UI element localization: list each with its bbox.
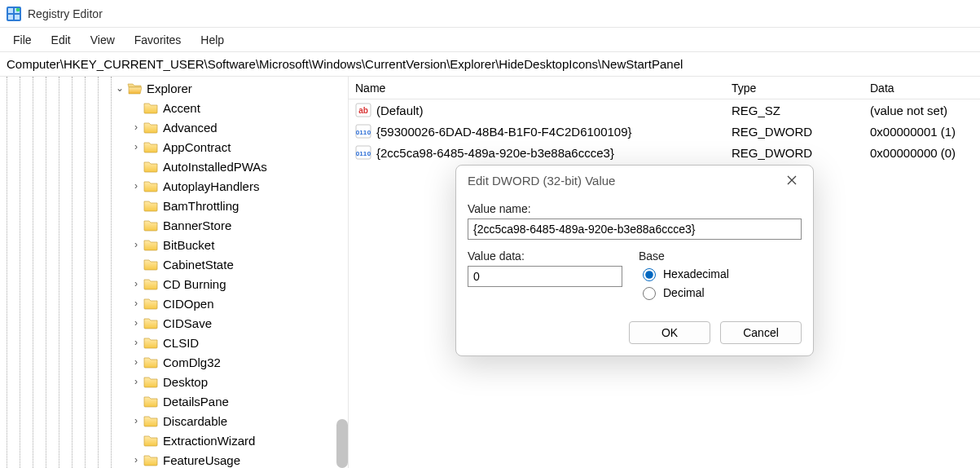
value-name: (Default)	[376, 104, 424, 117]
folder-open-icon	[127, 82, 142, 95]
radio-hexadecimal[interactable]: Hexadecimal	[639, 266, 802, 281]
tree-item-explorer[interactable]: ⌄Explorer	[114, 78, 348, 98]
folder-icon	[143, 336, 158, 349]
svg-text:011 0: 011 0	[356, 150, 371, 157]
folder-icon	[143, 199, 158, 212]
svg-text:011 0: 011 0	[356, 129, 371, 136]
chevron-right-icon[interactable]: ›	[130, 121, 142, 133]
chevron-right-icon[interactable]: ›	[130, 356, 142, 368]
chevron-right-icon[interactable]: ›	[130, 278, 142, 289]
value-data: 0x00000001 (1)	[870, 125, 980, 139]
value-type: REG_SZ	[732, 104, 870, 117]
radio-hexadecimal-input[interactable]	[643, 268, 656, 281]
tree-item-label: CabinetState	[163, 258, 234, 272]
chevron-right-icon[interactable]: ›	[130, 376, 142, 387]
tree-item-bamthrottling[interactable]: ›BamThrottling	[114, 196, 348, 215]
value-data-input[interactable]	[468, 266, 622, 287]
value-name-input[interactable]	[468, 219, 802, 240]
chevron-right-icon[interactable]: ›	[130, 141, 142, 152]
edit-dword-dialog: Edit DWORD (32-bit) Value Value name: Va…	[455, 165, 814, 356]
tree-item-label: FeatureUsage	[163, 453, 240, 467]
folder-icon	[143, 297, 158, 310]
content: ⌄Explorer›Accent›Advanced›AppContract›Au…	[0, 77, 980, 468]
ok-button[interactable]: OK	[629, 321, 710, 344]
tree-item-label: ComDlg32	[163, 355, 221, 369]
radio-decimal-input[interactable]	[643, 287, 656, 300]
value-row[interactable]: 011 0{2cc5ca98-6485-489a-920e-b3e88a6ccc…	[349, 142, 980, 163]
tree-item-cabinetstate[interactable]: ›CabinetState	[114, 254, 348, 274]
menu-file[interactable]: File	[5, 30, 40, 50]
tree-item-bitbucket[interactable]: ›BitBucket	[114, 235, 348, 254]
tree-item-autoplayhandlers[interactable]: ›AutoplayHandlers	[114, 176, 348, 196]
tree-item-label: AutoInstalledPWAs	[163, 160, 267, 174]
dialog-close-button[interactable]	[782, 174, 802, 188]
tree-item-label: Desktop	[163, 375, 208, 389]
tree-item-label: BannerStore	[163, 219, 231, 232]
tree-item-label: ExtractionWizard	[163, 434, 255, 448]
chevron-down-icon[interactable]: ⌄	[114, 82, 125, 94]
tree-scrollbar-thumb[interactable]	[336, 419, 348, 468]
tree-item-appcontract[interactable]: ›AppContract	[114, 137, 348, 157]
tree-item-detailspane[interactable]: ›DetailsPane	[114, 391, 348, 411]
chevron-right-icon[interactable]: ›	[130, 337, 142, 348]
menu-edit[interactable]: Edit	[43, 30, 79, 50]
tree-item-bannerstore[interactable]: ›BannerStore	[114, 215, 348, 235]
folder-icon	[143, 160, 158, 173]
tree-item-advanced[interactable]: ›Advanced	[114, 117, 348, 137]
svg-rect-1	[8, 8, 13, 13]
tree-item-cidsave[interactable]: ›CIDSave	[114, 313, 348, 333]
menu-view[interactable]: View	[82, 30, 123, 50]
tree-item-label: CLSID	[163, 336, 199, 350]
value-name-label: Value name:	[468, 202, 802, 215]
value-type: REG_DWORD	[732, 125, 870, 139]
value-type: REG_DWORD	[732, 146, 870, 160]
address-bar[interactable]: Computer\HKEY_CURRENT_USER\Software\Micr…	[0, 52, 980, 77]
column-header-type[interactable]: Type	[732, 82, 870, 95]
tree-item-desktop[interactable]: ›Desktop	[114, 372, 348, 391]
column-header-data[interactable]: Data	[870, 82, 980, 95]
folder-icon	[143, 434, 158, 447]
chevron-right-icon[interactable]: ›	[130, 239, 142, 250]
tree-pane[interactable]: ⌄Explorer›Accent›Advanced›AppContract›Au…	[0, 77, 349, 468]
tree-item-label: CIDOpen	[163, 297, 214, 311]
tree-item-featureusage[interactable]: ›FeatureUsage	[114, 450, 348, 468]
menubar: FileEditViewFavoritesHelp	[0, 28, 980, 52]
value-data-label: Value data:	[468, 249, 622, 263]
value-row[interactable]: 011 0{59300026-6DAD-48B4-B1F0-F4C2D61001…	[349, 121, 980, 142]
tree-item-accent[interactable]: ›Accent	[114, 98, 348, 117]
menu-favorites[interactable]: Favorites	[126, 30, 190, 50]
folder-icon	[143, 140, 158, 153]
tree-item-comdlg32[interactable]: ›ComDlg32	[114, 352, 348, 372]
chevron-right-icon[interactable]: ›	[130, 317, 142, 329]
tree-item-autoinstalledpwas[interactable]: ›AutoInstalledPWAs	[114, 157, 348, 176]
tree-item-discardable[interactable]: ›Discardable	[114, 411, 348, 430]
tree-item-cidopen[interactable]: ›CIDOpen	[114, 294, 348, 313]
tree-item-cd-burning[interactable]: ›CD Burning	[114, 274, 348, 294]
tree-item-label: Accent	[163, 101, 200, 115]
tree-item-clsid[interactable]: ›CLSID	[114, 333, 348, 352]
value-data: (value not set)	[870, 104, 980, 117]
tree-item-label: DetailsPane	[163, 395, 229, 408]
folder-icon	[143, 101, 158, 114]
radio-decimal[interactable]: Decimal	[639, 285, 802, 300]
base-group-label: Base	[639, 249, 802, 263]
cancel-button[interactable]: Cancel	[720, 321, 802, 344]
chevron-right-icon[interactable]: ›	[130, 454, 142, 466]
folder-icon	[143, 355, 158, 369]
tree-item-extractionwizard[interactable]: ›ExtractionWizard	[114, 430, 348, 450]
dialog-title: Edit DWORD (32-bit) Value	[468, 174, 615, 188]
radio-hexadecimal-label: Hexadecimal	[663, 267, 729, 280]
chevron-right-icon[interactable]: ›	[130, 298, 142, 309]
folder-icon	[143, 316, 158, 329]
radio-decimal-label: Decimal	[663, 286, 705, 299]
column-header-name[interactable]: Name	[349, 82, 732, 95]
menu-help[interactable]: Help	[192, 30, 232, 50]
tree-item-label: BitBucket	[163, 238, 214, 252]
value-row[interactable]: ab(Default)REG_SZ(value not set)	[349, 99, 980, 121]
values-pane: Name Type Data ab(Default)REG_SZ(value n…	[349, 77, 980, 468]
chevron-right-icon[interactable]: ›	[130, 415, 142, 426]
chevron-right-icon[interactable]: ›	[130, 180, 142, 192]
folder-icon	[143, 258, 158, 271]
folder-icon	[143, 179, 158, 192]
values-header: Name Type Data	[349, 77, 980, 99]
